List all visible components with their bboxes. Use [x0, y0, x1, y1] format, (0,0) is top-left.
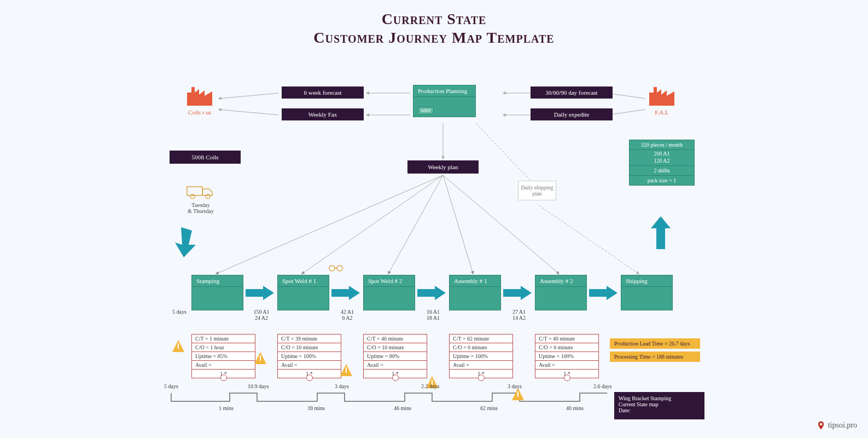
glasses-icon	[328, 264, 343, 272]
process-details: C/T = 46 minuteC/O = 10 minuteUptime = 8…	[363, 334, 427, 378]
mrp-tag: MRP	[418, 107, 434, 114]
demand-l3: 120 A2	[630, 157, 694, 166]
inventory-triangle-icon	[512, 388, 524, 400]
process-title: Spot Weld # 1	[278, 275, 329, 287]
supplier-name: Coils r us	[186, 109, 213, 116]
demand-l1: 320 pieces / month	[630, 140, 694, 150]
timeline-proc-1: 39 mins	[307, 405, 325, 411]
process-title: Assembly # 1	[450, 275, 500, 287]
customer-factory: F.A.L	[648, 85, 675, 116]
demand-l5: pack size = 1	[630, 176, 694, 185]
demand-l2: 200 A1	[630, 150, 694, 157]
demand-l4: 2 shifts	[630, 166, 694, 176]
process-title: Spot Weld # 2	[364, 275, 415, 287]
timeline-lead-2: 3 days	[335, 383, 349, 389]
flow-arrow-icon	[503, 286, 532, 300]
inventory-label: 27 A1 14 A2	[505, 309, 533, 321]
truck-l2: & Thursday	[186, 208, 215, 214]
inventory-label: 5 days	[166, 309, 193, 315]
timeline-proc-0: 1 mins	[219, 405, 234, 411]
timeline-lead-4: 3 days	[508, 383, 522, 389]
processing-time: Processing Time = 188 minutes	[610, 351, 700, 362]
title-line2: Customer Journey Map Template	[0, 28, 868, 47]
timeline-proc-4: 40 mins	[566, 405, 584, 411]
svg-line-3	[219, 110, 279, 115]
inventory-label: 16 A1 18 A1	[420, 309, 447, 321]
process-title: Shipping	[621, 275, 672, 287]
process-details: C/T = 1 minuteC/O = 1 hourUptime = 85%Av…	[191, 334, 255, 378]
box-6week-forecast: 6 week forecast	[282, 87, 364, 99]
process-title: Assembly # 2	[535, 275, 586, 287]
customer-name: F.A.L	[648, 109, 675, 116]
watermark: tipsoi.pro	[816, 420, 857, 430]
timeline-proc-3: 62 mins	[480, 405, 498, 411]
inventory-triangle-icon	[254, 352, 266, 364]
inventory-triangle-icon	[340, 364, 352, 376]
process-assembly-2: Assembly # 2	[535, 275, 587, 310]
process-details: C/T = 39 minuteC/O = 10 minuteUptime = 1…	[277, 334, 341, 378]
flow-arrow-icon	[417, 286, 446, 300]
down-arrow-icon	[173, 227, 200, 257]
box-weekly-fax: Weekly Fax	[282, 108, 364, 120]
production-planning: Production Planning MRP	[413, 85, 476, 117]
svg-line-12	[443, 175, 473, 274]
box-coils: 500ft Coils	[170, 151, 241, 164]
process-spot-weld-2: Spot Weld # 2	[363, 275, 415, 310]
inventory-triangle-icon	[172, 340, 184, 352]
timeline-lead-0: 5 days	[164, 383, 178, 389]
box-daily-expedite: Daily expedite	[531, 108, 613, 120]
svg-line-7	[607, 110, 645, 115]
truck-icon: Tuesday & Thursday	[186, 183, 215, 214]
footer-l3: Date:	[619, 407, 700, 413]
demand-box: 320 pieces / month 200 A1 120 A2 2 shift…	[629, 140, 695, 186]
process-assembly-1: Assembly # 1	[449, 275, 501, 310]
box-daily-shipping: Daily shipping plan	[518, 181, 556, 200]
watermark-text: tipsoi.pro	[828, 421, 857, 430]
box-weekly-plan: Weekly plan	[407, 160, 479, 174]
flow-arrow-icon	[589, 286, 617, 300]
svg-line-10	[302, 175, 443, 274]
svg-point-20	[337, 266, 342, 271]
timeline-lead-5: 2.6 days	[593, 383, 611, 389]
box-30-60-90: 30/60/90 day forecast	[531, 87, 613, 99]
lead-time: Production Lead Time = 26.7 days	[610, 338, 700, 349]
process-details: C/T = 40 minuteC/O = 0 minuteUptime = 10…	[535, 334, 599, 378]
process-spot-weld-1: Spot Weld # 1	[277, 275, 329, 310]
svg-rect-16	[187, 187, 202, 195]
svg-line-15	[539, 205, 639, 274]
inventory-label: 150 A1 24 A2	[248, 309, 275, 321]
process-title: Stamping	[192, 275, 243, 287]
svg-point-19	[329, 266, 335, 271]
timeline-lead-3: 2.2 days	[421, 383, 439, 389]
title-line1: Current State	[0, 10, 868, 28]
supplier-factory: Coils r us	[186, 85, 213, 116]
footer-l1: Wing Bracket Stamping	[619, 395, 700, 401]
svg-line-11	[388, 175, 443, 274]
process-details: C/T = 62 minuteC/O = 0 minuteUptime = 10…	[449, 334, 513, 378]
flow-arrow-icon	[331, 286, 360, 300]
flow-arrow-icon	[246, 286, 274, 300]
inventory-label: 42 A1 6 A2	[334, 309, 361, 321]
process-shipping: Shipping	[621, 275, 673, 310]
up-arrow-icon	[650, 216, 672, 249]
footer-box: Wing Bracket Stamping Current State map …	[614, 392, 704, 419]
svg-point-18	[206, 194, 210, 199]
svg-line-9	[216, 175, 443, 274]
timeline-lead-1: 10.9 days	[248, 383, 269, 389]
production-planning-title: Production Planning	[413, 85, 475, 97]
timeline-proc-2: 46 mins	[394, 405, 411, 411]
svg-line-14	[476, 123, 533, 183]
truck-l1: Tuesday	[186, 202, 215, 208]
svg-point-17	[190, 194, 195, 199]
process-stamping: Stamping	[191, 275, 243, 310]
footer-l2: Current State map	[619, 401, 700, 407]
